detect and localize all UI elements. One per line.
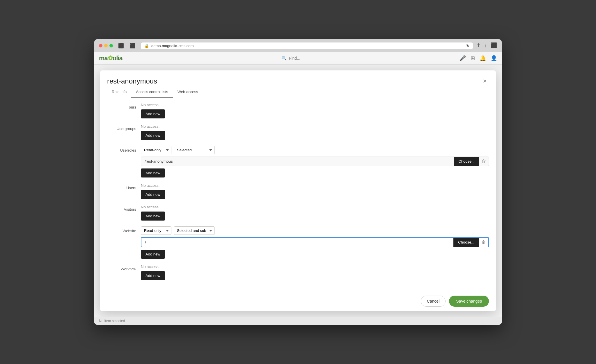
website-access-controls: Read-only Read/Write Deny Selected and s… [141,226,489,235]
website-choose-button[interactable]: Choose... [453,238,479,247]
close-window-button[interactable] [99,44,102,47]
usergroups-no-access: No access. [141,124,489,129]
userroles-label: Userroles [107,146,136,152]
search-placeholder: Find... [289,56,300,61]
visitors-add-button[interactable]: Add new [141,212,165,221]
refresh-icon[interactable]: ↻ [466,44,469,48]
tab-bar: Role info Access control lists Web acces… [100,86,496,98]
search-icon: 🔍 [282,56,287,61]
grid-icon[interactable]: ⊞ [471,55,475,61]
userroles-delete-button[interactable]: 🗑 [479,158,489,165]
app-search-bar[interactable]: 🔍 Find... [282,56,300,61]
status-text: No item selected [99,319,125,323]
share-icon[interactable]: ⬆ [476,42,481,49]
website-section: Website Read-only Read/Write Deny Select… [107,226,489,259]
cancel-button[interactable]: Cancel [421,296,446,307]
user-icon[interactable]: 👤 [491,55,497,61]
tours-section: Tours No access. Add new [107,103,489,118]
users-content: No access. Add new [141,183,489,199]
website-add-button[interactable]: Add new [141,250,165,259]
workflow-content: No access. Add new [141,264,489,280]
content-panel: Tours No access. Add new Usergroups No a… [100,98,496,291]
mic-icon[interactable]: 🎤 [460,55,466,61]
visitors-section: Visitors No access. Add new [107,205,489,221]
logo-text2: olia [113,54,123,62]
app-bar: ma✿olia 🔍 Find... 🎤 ⊞ 🔔 👤 [94,52,502,65]
visitors-label: Visitors [107,205,136,212]
tours-no-access: No access. [141,103,489,107]
browser-titlebar: ⬛ ⬛ 🔒 demo.magnolia-cms.com ↻ ⬆ ＋ ⬛ [94,39,502,52]
url-text: demo.magnolia-cms.com [151,44,194,48]
tours-label: Tours [107,103,136,109]
users-section: Users No access. Add new [107,183,489,199]
modal-dialog: rest-anonymous × Role info Access contro… [100,70,496,311]
userroles-add-button[interactable]: Add new [141,168,165,177]
traffic-lights [99,44,113,47]
forward-button[interactable]: ⬛ [128,42,137,49]
website-path-input[interactable] [141,238,453,247]
save-button[interactable]: Save changes [449,296,489,307]
app-logo: ma✿olia [99,54,123,62]
browser-toolbar-right: ⬆ ＋ ⬛ [476,42,497,49]
userroles-choose-button[interactable]: Choose... [454,157,479,166]
website-label: Website [107,226,136,233]
tab-role-info[interactable]: Role info [107,86,131,98]
address-bar[interactable]: 🔒 demo.magnolia-cms.com ↻ [141,42,473,49]
userroles-content: Read-only Read/Write Deny Selected Selec… [141,146,489,177]
userroles-section: Userroles Read-only Read/Write Deny Sele… [107,146,489,177]
users-add-button[interactable]: Add new [141,190,165,199]
website-path-row: Choose... 🗑 [141,237,489,247]
tab-web-access[interactable]: Web access [173,86,203,98]
logo-text: ma [99,54,108,62]
modal-footer: Cancel Save changes [100,291,496,311]
userroles-path-row: Choose... 🗑 [141,157,489,166]
logo-accent: ✿ [108,54,113,62]
modal-backdrop: rest-anonymous × Role info Access contro… [94,65,502,325]
modal-close-button[interactable]: × [480,76,489,86]
usergroups-section: Usergroups No access. Add new [107,124,489,140]
modal-title: rest-anonymous [107,77,157,85]
minimize-window-button[interactable] [104,44,108,47]
modal-header: rest-anonymous × [100,70,496,86]
notifications-icon[interactable]: 🔔 [480,55,486,61]
users-label: Users [107,183,136,190]
userroles-path-input[interactable] [141,157,454,166]
maximize-window-button[interactable] [109,44,113,47]
back-button[interactable]: ⬛ [116,42,126,49]
modal-body: Tours No access. Add new Usergroups No a… [100,98,496,291]
workflow-section: Workflow No access. Add new [107,264,489,280]
visitors-content: No access. Add new [141,205,489,221]
userroles-access-controls: Read-only Read/Write Deny Selected Selec… [141,146,489,154]
lock-icon: 🔒 [144,44,149,48]
website-scope-select[interactable]: Selected and sub Selected All [174,226,215,235]
new-tab-icon[interactable]: ＋ [483,42,488,49]
browser-nav: ⬛ ⬛ [116,42,137,49]
usergroups-content: No access. Add new [141,124,489,140]
userroles-permission-select[interactable]: Read-only Read/Write Deny [141,146,171,154]
app-toolbar-right: 🎤 ⊞ 🔔 👤 [460,55,497,61]
usergroups-label: Usergroups [107,124,136,131]
browser-window: ⬛ ⬛ 🔒 demo.magnolia-cms.com ↻ ⬆ ＋ ⬛ ma✿o… [94,39,502,325]
tours-add-button[interactable]: Add new [141,109,165,118]
status-bar: No item selected [94,317,502,325]
usergroups-add-button[interactable]: Add new [141,131,165,140]
website-delete-button[interactable]: 🗑 [479,239,488,246]
website-content: Read-only Read/Write Deny Selected and s… [141,226,489,259]
workflow-no-access: No access. [141,264,489,269]
tabs-icon[interactable]: ⬛ [491,42,497,49]
workflow-label: Workflow [107,264,136,271]
visitors-no-access: No access. [141,205,489,209]
userroles-scope-select[interactable]: Selected Selected and sub All [174,146,215,154]
users-no-access: No access. [141,183,489,188]
website-permission-select[interactable]: Read-only Read/Write Deny [141,226,171,235]
workflow-add-button[interactable]: Add new [141,271,165,280]
tab-acl[interactable]: Access control lists [131,86,173,98]
tours-content: No access. Add new [141,103,489,118]
